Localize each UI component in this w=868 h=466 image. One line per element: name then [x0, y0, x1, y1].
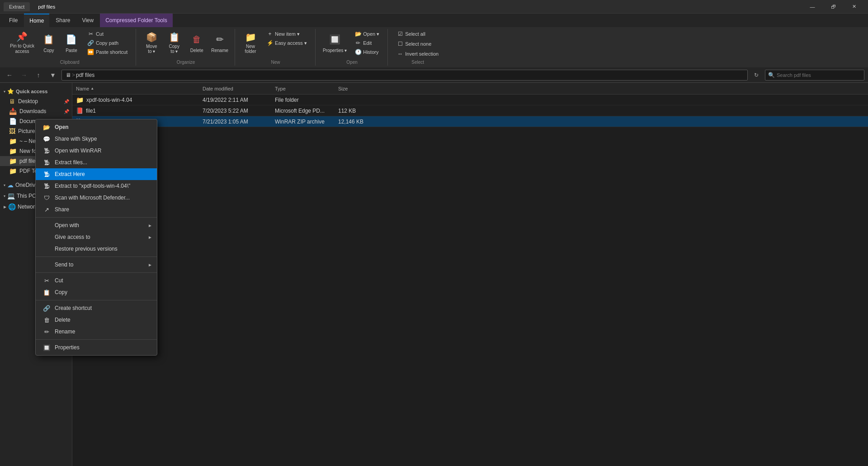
rename-button[interactable]: ✏ Rename	[208, 30, 231, 55]
ctx-cut[interactable]: ✂ Cut	[36, 275, 157, 286]
search-input[interactable]	[777, 72, 861, 78]
ctx-scan-defender[interactable]: 🛡 Scan with Microsoft Defender...	[36, 192, 157, 204]
select-all-button[interactable]: ☑ Select all	[394, 30, 441, 38]
address-path[interactable]: 🖥 > pdf files	[61, 70, 748, 81]
file-date: 7/20/2023 5:22 AM	[203, 108, 275, 114]
maximize-button[interactable]: 🗗	[823, 0, 844, 14]
col-header-size[interactable]: Size	[338, 86, 383, 91]
file-size: 112 KB	[338, 108, 383, 114]
ctx-delete-icon: 🗑	[43, 316, 50, 323]
easy-access-button[interactable]: ⚡ Easy access ▾	[264, 39, 310, 47]
ctx-open-winrar[interactable]: 🗜 Open with WinRAR	[36, 145, 157, 157]
ctx-open-with-arrow: ►	[148, 223, 152, 228]
open-icon: 📂	[355, 31, 361, 37]
tab-pdf-files[interactable]: pdf files	[33, 2, 61, 11]
ctx-skype-icon: 💬	[43, 135, 50, 143]
ctx-share-skype[interactable]: 💬 Share with Skype	[36, 133, 157, 145]
downloads-icon: 📥	[9, 108, 17, 115]
documents-icon: 📄	[9, 118, 17, 125]
delete-button[interactable]: 🗑 Delete	[186, 30, 208, 55]
history-button[interactable]: 🕐 History	[352, 48, 382, 56]
network-label: Network	[18, 204, 38, 210]
copy-button[interactable]: 📋 Copy	[38, 30, 60, 55]
cut-button[interactable]: ✂ Cut	[85, 30, 130, 38]
title-bar-left: Extract pdf files	[4, 2, 61, 11]
move-to-button[interactable]: 📦 Moveto ▾	[141, 30, 162, 55]
ctx-open-with[interactable]: Open with ►	[36, 219, 157, 231]
tab-home[interactable]: Home	[24, 14, 49, 27]
ctx-give-access-icon	[43, 233, 50, 241]
pdf-type-icon: 📕	[76, 107, 83, 114]
file-row-folder[interactable]: 📁 xpdf-tools-win-4.04 4/19/2022 2:11 AM …	[72, 95, 868, 105]
ctx-copy-icon: 📋	[43, 289, 50, 296]
easy-access-icon: ⚡	[267, 40, 273, 46]
search-box[interactable]: 🔍	[765, 70, 864, 81]
new-folder-button[interactable]: 📁 Newfolder	[240, 30, 261, 55]
select-all-icon: ☑	[397, 31, 403, 37]
tab-file[interactable]: File	[4, 14, 23, 27]
ctx-open[interactable]: 📂 Open	[36, 121, 157, 133]
sidebar-item-desktop[interactable]: 🖥 Desktop 📌	[0, 96, 72, 106]
paste-button[interactable]: 📄 Paste	[61, 30, 82, 55]
select-none-button[interactable]: ☐ Select none	[394, 40, 441, 48]
quick-access-arrow: ▾	[4, 90, 5, 94]
copy-to-button[interactable]: 📋 Copyto ▾	[163, 30, 185, 55]
ctx-restore-versions[interactable]: Restore previous versions	[36, 243, 157, 255]
col-header-type[interactable]: Type	[275, 86, 338, 91]
copy-path-button[interactable]: 🔗 Copy path	[85, 39, 130, 47]
tab-view[interactable]: View	[76, 14, 99, 27]
ctx-extract-to-icon: 🗜	[43, 182, 50, 190]
ribbon-tabs: File Home Share View Compressed Folder T…	[0, 14, 868, 27]
downloads-pin-icon: 📌	[64, 109, 69, 114]
sidebar-quick-access[interactable]: ▾ ⭐ Quick access	[0, 86, 72, 96]
file-row-zip[interactable]: 🗜 xpdf-tools-win-4.04 7/21/2023 1:05 AM …	[72, 116, 868, 127]
close-button[interactable]: ✕	[844, 0, 864, 14]
ctx-share-icon: ↗	[43, 206, 50, 213]
ctx-extract-here[interactable]: 🗜 Extract Here	[36, 168, 157, 180]
recent-button[interactable]: ▼	[47, 69, 59, 81]
sidebar-item-downloads[interactable]: 📥 Downloads 📌	[0, 106, 72, 116]
ctx-properties[interactable]: 🔲 Properties	[36, 342, 157, 353]
onedrive-arrow: ▾	[4, 183, 5, 187]
pictures-icon: 🖼	[9, 128, 15, 135]
rename-icon: ✏	[212, 32, 227, 47]
minimize-button[interactable]: —	[802, 0, 823, 14]
ctx-extract-files[interactable]: 🗜 Extract files...	[36, 157, 157, 168]
tab-share[interactable]: Share	[50, 14, 75, 27]
file-date: 4/19/2022 2:11 AM	[203, 97, 275, 103]
ctx-share[interactable]: ↗ Share	[36, 204, 157, 215]
ctx-send-to[interactable]: Send to ►	[36, 259, 157, 271]
ctx-extract-to[interactable]: 🗜 Extract to "xpdf-tools-win-4.04\"	[36, 180, 157, 192]
edit-icon: ✏	[355, 40, 361, 46]
ctx-create-shortcut[interactable]: 🔗 Create shortcut	[36, 302, 157, 314]
paste-shortcut-button[interactable]: ⏩ Paste shortcut	[85, 48, 130, 56]
back-button[interactable]: ←	[4, 69, 15, 81]
col-header-date[interactable]: Date modified	[203, 86, 275, 91]
ribbon-group-clipboard: 📌 Pin to Quick access 📋 Copy 📄 Paste ✂ C…	[4, 29, 136, 66]
col-header-name[interactable]: Name ▲	[76, 86, 203, 91]
tab-extract[interactable]: Extract	[4, 2, 30, 11]
ctx-copy[interactable]: 📋 Copy	[36, 286, 157, 298]
file-list-header: Name ▲ Date modified Type Size	[72, 83, 868, 95]
ctx-divider-1	[36, 217, 157, 218]
ctx-delete[interactable]: 🗑 Delete	[36, 314, 157, 326]
open-button[interactable]: 📂 Open ▾	[352, 30, 382, 38]
pdf-files-icon: 📁	[9, 157, 17, 165]
tab-compressed-folder-tools[interactable]: Compressed Folder Tools	[100, 14, 173, 27]
refresh-button[interactable]: ↻	[750, 69, 762, 81]
new-item-button[interactable]: + New item ▾	[264, 30, 310, 38]
ctx-extract-here-icon: 🗜	[43, 171, 50, 178]
file-size: 12,146 KB	[338, 119, 383, 125]
up-button[interactable]: ↑	[33, 69, 44, 81]
invert-selection-button[interactable]: ↔ Invert selection	[394, 50, 441, 58]
ctx-give-access[interactable]: Give access to ►	[36, 231, 157, 243]
pin-to-quick-access-button[interactable]: 📌 Pin to Quick access	[7, 30, 37, 55]
properties-button[interactable]: 🔲 Properties ▾	[320, 30, 349, 55]
breadcrumb-pdf-files[interactable]: pdf files	[76, 72, 94, 78]
folder-type-icon: 📁	[76, 96, 84, 104]
clipboard-label: Clipboard	[60, 59, 80, 65]
file-row-pdf[interactable]: 📕 file1 7/20/2023 5:22 AM Microsoft Edge…	[72, 105, 868, 116]
ctx-rename[interactable]: ✏ Rename	[36, 326, 157, 338]
new-folder-icon: 📁	[243, 32, 258, 43]
edit-button[interactable]: ✏ Edit	[352, 39, 382, 47]
